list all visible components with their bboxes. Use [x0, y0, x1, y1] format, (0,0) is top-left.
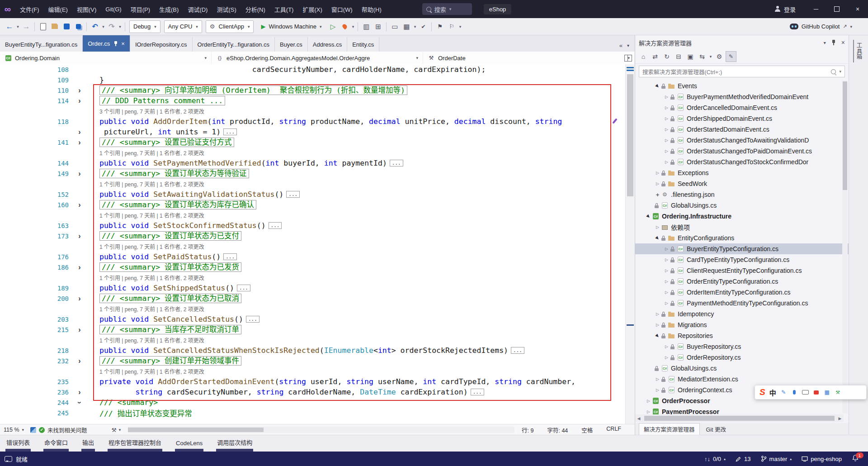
- fold-chevron-icon[interactable]: [76, 357, 83, 365]
- spaces-indicator[interactable]: 空格: [581, 426, 593, 434]
- fold-chevron-icon[interactable]: [76, 326, 83, 334]
- expander-icon[interactable]: [654, 323, 661, 327]
- collapsed-region-box[interactable]: ...: [223, 253, 237, 260]
- tree-item[interactable]: BuyerRepository.cs: [635, 341, 849, 352]
- tree-item[interactable]: PaymentProcessor: [635, 406, 849, 414]
- auto-hide-tab[interactable]: 工具箱: [853, 40, 865, 62]
- scrollbar-thumb[interactable]: [128, 428, 264, 432]
- code-line[interactable]: 235 private void AddOrderStartedDomainEv…: [0, 376, 626, 387]
- code-line[interactable]: 232 /// <summary> 创建订单开始领域事件: [0, 356, 626, 366]
- code-line[interactable]: 149 /// <summary> 设置订单状态为等待验证: [0, 168, 626, 179]
- start-debug-button[interactable]: ▶ Windows Machine ▾: [257, 21, 325, 33]
- tree-item[interactable]: Migrations: [635, 319, 849, 330]
- collapse-all-icon[interactable]: [673, 51, 684, 62]
- code-line[interactable]: 1 个引用 | peng, 7 天前 | 1 名作者, 2 项更改: [0, 210, 626, 220]
- flag-icon[interactable]: [446, 20, 458, 33]
- tree-item[interactable]: .filenesting.json: [635, 189, 849, 200]
- tree-item[interactable]: PaymentMethodEntityTypeConfiguration.cs: [635, 298, 849, 309]
- scroll-tabs-icon[interactable]: «: [619, 42, 623, 49]
- preview-icon[interactable]: [726, 51, 736, 62]
- fold-chevron-icon[interactable]: [76, 86, 83, 95]
- solution-explorer-header[interactable]: 解决方案资源管理器 ▾ ×: [635, 35, 849, 50]
- bookmark-icon[interactable]: [434, 20, 446, 33]
- expander-icon[interactable]: [654, 333, 661, 338]
- redo-icon[interactable]: [106, 20, 118, 33]
- tree-item[interactable]: OrderStatusChangedToStockConfirmedDor: [635, 157, 849, 167]
- tree-item[interactable]: 依赖项: [635, 222, 849, 233]
- menu-item[interactable]: 项目(P): [126, 0, 155, 18]
- code-line[interactable]: 141 /// <summary> 设置已验证支付方式: [0, 137, 626, 147]
- pen-icon[interactable]: [780, 389, 787, 396]
- expander-icon[interactable]: [645, 409, 652, 414]
- code-line[interactable]: 215 /// <summary> 当库存不足时取消订单: [0, 324, 626, 335]
- repository-button[interactable]: peng-eshop: [802, 456, 842, 462]
- expander-icon[interactable]: [663, 160, 670, 164]
- tree-item[interactable]: OrderItemEntityTypeConfiguration.cs: [635, 287, 849, 298]
- feedback-icon[interactable]: [5, 456, 12, 462]
- tree-item[interactable]: OrderEntityTypeConfiguration.cs: [635, 276, 849, 287]
- editor-hscrollbar[interactable]: [128, 427, 514, 433]
- monitor-icon[interactable]: [389, 20, 401, 33]
- code-line[interactable]: 160 /// <summary> 设置订单状态为库存已确认: [0, 200, 626, 210]
- gear-icon[interactable]: [714, 51, 725, 62]
- tree-item[interactable]: Events: [635, 81, 849, 91]
- tree-item[interactable]: BuyerPaymentMethodVerifiedDomainEvent: [635, 91, 849, 102]
- notifications-button[interactable]: 1: [852, 454, 861, 463]
- document-tab[interactable]: Buyer.cs: [275, 37, 308, 52]
- menu-item[interactable]: Git(G): [101, 0, 126, 18]
- switch-icon[interactable]: [650, 51, 660, 62]
- back-icon[interactable]: [4, 20, 15, 33]
- code-line[interactable]: 110 /// <summary> 向订单添加明细 (OrderItem) 聚合…: [0, 85, 626, 95]
- expander-icon[interactable]: [645, 399, 652, 403]
- code-line[interactable]: 108 cardSecurityNumber, cardHolderName, …: [0, 64, 626, 75]
- scrollbar-thumb[interactable]: [627, 74, 633, 196]
- platform-dropdown[interactable]: Any CPU▾: [164, 20, 202, 33]
- menu-item[interactable]: 调试(D): [183, 0, 212, 18]
- fold-chevron-icon[interactable]: [76, 201, 83, 209]
- tree-item[interactable]: OrderStartedDomainEvent.cs: [635, 124, 849, 135]
- save-all-icon[interactable]: [72, 20, 84, 33]
- launch-profile-dropdown[interactable]: ClientApp▾: [206, 20, 254, 33]
- fold-chevron-icon[interactable]: [76, 128, 83, 136]
- code-line[interactable]: 114 // DDD Patterns comment ...: [0, 95, 626, 106]
- fold-chevron-icon[interactable]: [76, 232, 83, 240]
- expander-icon[interactable]: [654, 171, 661, 175]
- collapsed-region-box[interactable]: ...: [511, 347, 524, 354]
- menu-item[interactable]: 分析(N): [241, 0, 270, 18]
- fold-chevron-icon[interactable]: [76, 170, 83, 178]
- tree-item[interactable]: Idempotency: [635, 309, 849, 319]
- caret-icon[interactable]: [101, 20, 106, 33]
- pin-icon[interactable]: [113, 41, 118, 47]
- expander-icon[interactable]: [663, 257, 670, 262]
- wrench-icon[interactable]: [835, 389, 841, 396]
- collapsed-region-box[interactable]: ...: [269, 222, 282, 229]
- expander-icon[interactable]: [654, 225, 661, 229]
- tree-item[interactable]: Exceptions: [635, 167, 849, 178]
- separator[interactable]: [123, 20, 127, 33]
- pages-icon[interactable]: [372, 20, 384, 33]
- maximize-button[interactable]: [826, 0, 847, 18]
- split-editor-icon[interactable]: [624, 55, 632, 62]
- menu-item[interactable]: 测试(S): [212, 0, 241, 18]
- document-tab[interactable]: Entity.cs: [347, 37, 379, 52]
- new-file-icon[interactable]: [37, 20, 49, 33]
- panel-tab[interactable]: 错误列表: [5, 435, 31, 452]
- spell-icon[interactable]: [417, 20, 429, 33]
- play-outline-icon[interactable]: [327, 20, 339, 33]
- code-cleanup-button[interactable]: ⚒▾: [112, 427, 121, 433]
- expander-icon[interactable]: [654, 84, 661, 88]
- code-line[interactable]: 236 string cardSecurityNumber, string ca…: [0, 387, 626, 397]
- code-line[interactable]: 3 个引用 | peng, 7 天前 | 1 名作者, 2 项更改: [0, 106, 626, 116]
- code-line[interactable]: pictureUrl, int units = 1) ...: [0, 127, 626, 137]
- configuration-dropdown[interactable]: Debug▾: [129, 20, 160, 33]
- breadcrumb-segment[interactable]: Ordering.Domain ▾: [0, 52, 212, 64]
- tree-item[interactable]: Repositories: [635, 330, 849, 341]
- expander-icon[interactable]: [654, 181, 661, 186]
- tree-item[interactable]: OrderStatusChangedToPaidDomainEvent.cs: [635, 146, 849, 157]
- fold-chevron-icon[interactable]: [76, 97, 83, 105]
- close-icon[interactable]: ×: [121, 40, 125, 47]
- fold-chevron-icon[interactable]: [76, 295, 83, 303]
- collapsed-region-box[interactable]: ...: [390, 160, 403, 166]
- eol-indicator[interactable]: CRLF: [606, 426, 621, 434]
- github-copilot-button[interactable]: GitHub Copilot ↗ ▾: [786, 20, 856, 33]
